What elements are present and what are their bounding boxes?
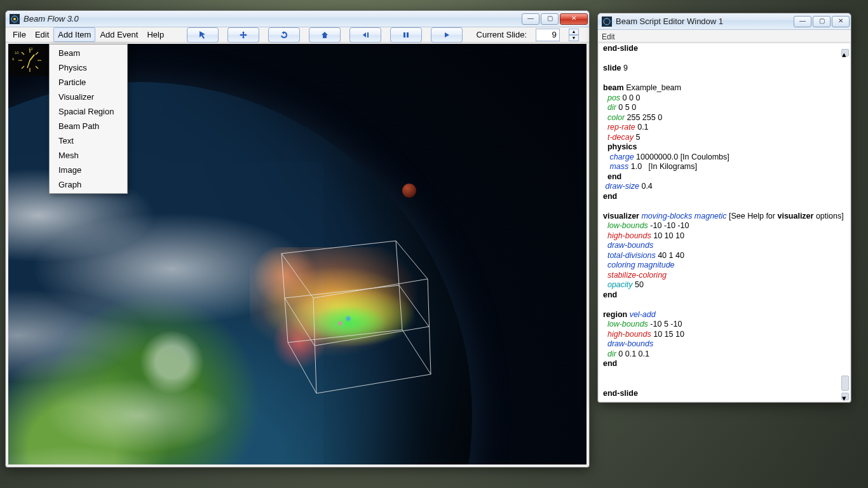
- svg-line-18: [27, 60, 30, 68]
- current-slide-label: Current Slide:: [477, 30, 527, 39]
- svg-text:9: 9: [12, 57, 15, 61]
- app-icon: [10, 14, 20, 24]
- main-window-title: Beam Flow 3.0: [24, 14, 522, 24]
- add-item-physics[interactable]: Physics: [50, 60, 127, 75]
- add-item-beam[interactable]: Beam: [50, 46, 127, 60]
- menu-edit[interactable]: Edit: [31, 27, 53, 42]
- add-item-graph[interactable]: Graph: [50, 177, 127, 192]
- menu-help[interactable]: Help: [142, 27, 168, 42]
- maximize-button[interactable]: ▢: [541, 13, 559, 25]
- svg-text:12: 12: [29, 47, 33, 51]
- svg-line-17: [30, 55, 34, 60]
- script-editor-window: Beam Script Editor Window 1 — ▢ ✕ Edit e…: [597, 13, 851, 403]
- beam-flow-window: Beam Flow 3.0 — ▢ ✕ FileEditAdd ItemAdd …: [5, 10, 590, 468]
- editor-edit-menu[interactable]: Edit: [602, 32, 615, 41]
- editor-maximize-button[interactable]: ▢: [813, 16, 831, 27]
- editor-text-area[interactable]: end-slide slide 9 beam Example_beam pos …: [599, 44, 850, 401]
- home-button[interactable]: [309, 27, 341, 43]
- scrollbar-up-icon[interactable]: ▴: [841, 49, 849, 57]
- svg-point-2: [13, 18, 16, 20]
- distant-planet: [402, 184, 416, 198]
- editor-close-button[interactable]: ✕: [832, 16, 850, 27]
- current-slide-input[interactable]: [536, 29, 560, 41]
- menu-add-item[interactable]: Add Item: [53, 27, 95, 42]
- close-button[interactable]: ✕: [560, 13, 588, 25]
- editor-window-title: Beam Script Editor Window 1: [616, 17, 794, 26]
- add-item-particle[interactable]: Particle: [50, 75, 127, 90]
- menu-add-event[interactable]: Add Event: [95, 27, 142, 42]
- svg-rect-22: [602, 17, 612, 27]
- add-item-text[interactable]: Text: [50, 133, 127, 148]
- editor-minimize-button[interactable]: —: [794, 16, 811, 27]
- move-tool-button[interactable]: [227, 27, 259, 43]
- add-item-spacial-region[interactable]: Spacial Region: [50, 104, 127, 119]
- svg-line-16: [36, 66, 38, 69]
- main-toolbar: Current Slide: ▲▼: [179, 27, 587, 42]
- add-item-mesh[interactable]: Mesh: [50, 148, 127, 163]
- add-item-dropdown: BeamPhysicsParticleVisualizerSpacial Reg…: [49, 44, 128, 194]
- pause-button[interactable]: [390, 27, 422, 43]
- editor-app-icon: [602, 17, 612, 27]
- editor-menubar: Edit: [598, 30, 851, 43]
- main-menubar: FileEditAdd ItemAdd EventHelp Current Sl…: [6, 27, 589, 43]
- add-item-image[interactable]: Image: [50, 163, 127, 177]
- rotate-tool-button[interactable]: [268, 27, 300, 43]
- svg-line-13: [36, 52, 38, 55]
- svg-rect-4: [407, 32, 409, 37]
- add-item-visualizer[interactable]: Visualizer: [50, 90, 127, 104]
- svg-rect-3: [403, 32, 405, 37]
- svg-text:10: 10: [15, 51, 19, 55]
- slide-spinner[interactable]: ▲▼: [569, 29, 579, 41]
- menu-file[interactable]: File: [8, 27, 31, 42]
- svg-line-15: [22, 52, 24, 55]
- step-back-button[interactable]: [349, 27, 381, 43]
- svg-line-14: [22, 66, 24, 69]
- play-button[interactable]: [431, 27, 463, 43]
- editor-titlebar[interactable]: Beam Script Editor Window 1 — ▢ ✕: [598, 13, 851, 30]
- minimize-button[interactable]: —: [522, 13, 539, 25]
- main-titlebar[interactable]: Beam Flow 3.0 — ▢ ✕: [6, 11, 589, 27]
- scrollbar-thumb[interactable]: [841, 376, 849, 391]
- clock-gadget: 12 10 9: [10, 45, 50, 76]
- add-item-beam-path[interactable]: Beam Path: [50, 119, 127, 133]
- scrollbar-down-icon[interactable]: ▾: [841, 393, 849, 400]
- select-tool-button[interactable]: [187, 27, 219, 43]
